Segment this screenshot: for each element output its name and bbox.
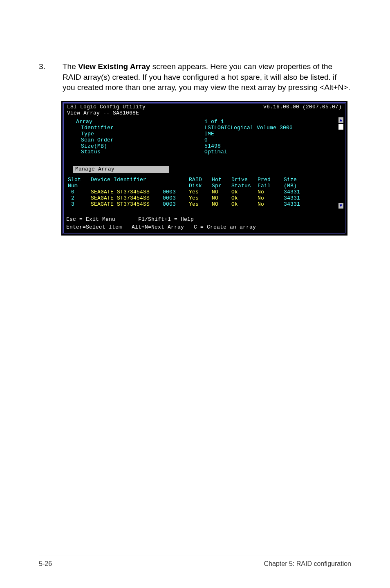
step-bold: View Existing Array	[78, 62, 150, 71]
terminal-screenshot: LSI Logic Config Utility View Array -- S…	[61, 101, 347, 236]
array-properties-panel: Array Identifier Type Scan Order Size(MB…	[64, 117, 345, 157]
terminal-footer-2: Enter=Select Item Alt+N=Next Array C = C…	[64, 224, 345, 231]
label-scan-order: Scan Order	[76, 137, 200, 144]
label-type: Type	[76, 131, 200, 137]
table-row: 3 SEAGATE ST373454SS 0003 Yes NO Ok No 3…	[68, 202, 343, 208]
value-scan-order: 0	[204, 137, 341, 144]
scroll-up-icon[interactable]: ▲	[338, 117, 343, 123]
value-size: 51498	[204, 144, 341, 150]
step-prefix: The	[63, 62, 78, 71]
label-array: Array	[76, 119, 200, 125]
value-array: 1 of 1	[204, 119, 341, 125]
table-row: 2 SEAGATE ST373454SS 0003 Yes NO Ok No 3…	[68, 195, 343, 202]
device-table: Slot Device Identifier RAID Hot Drive Pr…	[64, 176, 345, 210]
terminal-title-1: LSI Logic Config Utility	[67, 104, 146, 110]
terminal-title-2: View Array -- SAS1068E	[67, 110, 146, 117]
step-text: The View Existing Array screen appears. …	[63, 61, 351, 93]
terminal-titlebar: LSI Logic Config Utility View Array -- S…	[64, 103, 345, 117]
manage-array-item[interactable]: Manage Array	[73, 166, 169, 173]
label-identifier: Identifier	[76, 125, 200, 131]
page-number: 5-26	[39, 560, 52, 568]
scroll-thumb[interactable]	[338, 124, 343, 130]
chapter-title: Chapter 5: RAID configuration	[264, 560, 351, 568]
terminal-version: v6.16.00.00 (2007.05.07)	[263, 104, 342, 117]
value-identifier: LSILOGICLogical Volume 3000	[204, 125, 341, 131]
scroll-down-icon[interactable]: ▼	[338, 203, 343, 209]
table-header-2: Num Disk Spr Status Fail (MB)	[68, 183, 343, 189]
value-type: IME	[204, 131, 341, 137]
page-footer: 5-26 Chapter 5: RAID configuration	[39, 560, 351, 568]
table-row: 0 SEAGATE ST373454SS 0003 Yes NO Ok No 3…	[68, 189, 343, 195]
label-size: Size(MB)	[76, 144, 200, 150]
step-item: 3. The View Existing Array screen appear…	[39, 61, 351, 93]
terminal-footer-1: Esc = Exit Menu F1/Shift+1 = Help	[64, 216, 345, 224]
step-number: 3.	[39, 61, 46, 93]
label-status: Status	[76, 149, 200, 155]
table-header-1: Slot Device Identifier RAID Hot Drive Pr…	[68, 177, 343, 183]
footer-divider	[39, 556, 351, 556]
value-status: Optimal	[204, 149, 341, 155]
